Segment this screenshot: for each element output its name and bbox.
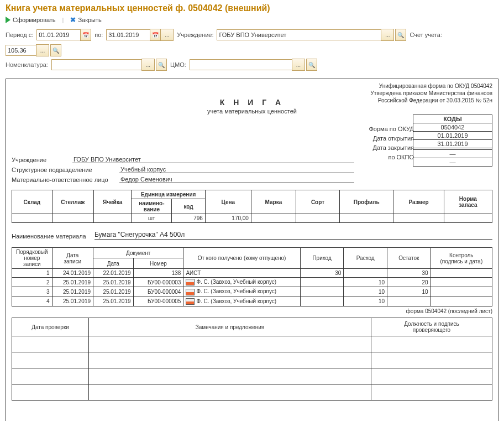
generate-button[interactable]: Сформировать	[6, 17, 56, 23]
report-area: Унифицированная форма по ОКУД 0504042 Ут…	[6, 79, 498, 421]
nom-select-button[interactable]: ...	[141, 59, 155, 71]
th: Номер	[133, 258, 183, 269]
audit-table: Дата проверки Замечания и предложения До…	[12, 318, 492, 401]
org-value: ГОБУ ВПО Университет	[72, 156, 354, 163]
form-footer-note: форма 0504042 (последний лист)	[12, 308, 492, 314]
nom-input[interactable]	[51, 59, 142, 70]
period-to-label: по:	[95, 32, 103, 38]
nom-search-button[interactable]: 🔍	[156, 59, 167, 71]
org-label: Структурное подразделение	[12, 167, 119, 173]
acc-search-button[interactable]: 🔍	[50, 44, 61, 56]
codes-value: 01.01.2019	[413, 132, 492, 140]
th: Замечания и предложения	[89, 318, 371, 336]
codes-block: КОДЫ 0504042 01.01.2019 31.01.2019 — —	[413, 115, 492, 167]
th: Дата проверки	[12, 318, 89, 336]
codes-label: Дата открытия	[369, 134, 414, 143]
th: код	[172, 199, 206, 214]
dimensions-table: Склад Стеллаж Ячейка Единица измерения Ц…	[12, 190, 492, 223]
th: Ячейка	[93, 190, 132, 214]
th: Профиль	[339, 190, 393, 214]
th: Единица измерения	[132, 190, 205, 199]
org-search-button[interactable]: 🔍	[395, 29, 406, 41]
th: Стеллаж	[52, 190, 93, 214]
codes-label: Дата закрытия	[369, 143, 414, 153]
play-icon	[6, 17, 11, 23]
org-value: Федор Семенович	[119, 176, 354, 183]
cmo-search-button[interactable]: 🔍	[306, 59, 317, 71]
separator: |	[62, 17, 64, 23]
org-select-button[interactable]: ...	[381, 29, 394, 41]
calendar-icon[interactable]: 📅	[150, 29, 161, 41]
nom-label: Номенклатура:	[6, 61, 48, 68]
form-meta: Унифицированная форма по ОКУД 0504042 Ут…	[370, 82, 492, 104]
td: шт	[132, 214, 172, 223]
codes-label: по ОКПО	[369, 153, 414, 162]
meta-line: Утверждена приказом Министерства финансо…	[370, 90, 492, 97]
th: Норма запаса	[444, 190, 492, 214]
td: 170,00	[205, 214, 251, 223]
th: Сорт	[296, 190, 339, 214]
th: От кого получено (кому отпущено)	[183, 248, 300, 269]
codes-label: Форма по ОКУД	[369, 124, 414, 134]
th: Склад	[12, 190, 53, 214]
report-subtitle: учета материальных ценностей	[12, 108, 492, 115]
period-picker-button[interactable]: ...	[160, 29, 174, 41]
movements-table: Порядковый номер записи Дата записи Доку…	[12, 247, 492, 306]
doc-icon	[186, 289, 195, 295]
date-to-input[interactable]	[106, 29, 150, 40]
meta-line: Российской Федерации от 30.03.2015 № 52н	[370, 97, 492, 104]
org-block: Учреждение ГОБУ ВПО Университет Структур…	[12, 153, 354, 183]
calendar-icon[interactable]: 📅	[80, 29, 91, 41]
codes-labels: Форма по ОКУД Дата открытия Дата закрыти…	[369, 124, 414, 162]
doc-icon	[186, 279, 195, 285]
date-from-input[interactable]	[36, 29, 81, 40]
th: Порядковый номер записи	[12, 248, 53, 269]
generate-label: Сформировать	[13, 17, 56, 23]
th: Цена	[205, 190, 251, 214]
th: Дата	[93, 258, 134, 269]
td: 796	[172, 214, 206, 223]
th: Расход	[344, 248, 387, 269]
meta-line: Унифицированная форма по ОКУД 0504042	[370, 82, 492, 90]
cmo-label: ЦМО:	[170, 61, 186, 68]
th: наимено- вание	[132, 199, 172, 214]
close-label: Закрыть	[78, 17, 101, 23]
cmo-input[interactable]	[190, 59, 292, 70]
window-title: Книга учета материальных ценностей ф. 05…	[0, 0, 504, 15]
codes-value: 31.01.2019	[413, 140, 492, 148]
codes-header: КОДЫ	[413, 115, 492, 123]
cmo-select-button[interactable]: ...	[292, 59, 305, 71]
th: Размер	[393, 190, 444, 214]
doc-icon	[186, 298, 195, 305]
table-row: 225.01.201925.01.2019БУ00-000003Ф. С. (З…	[12, 278, 492, 287]
org-label: Материально-ответственное лицо	[12, 176, 119, 183]
param-row-1: Период с: 📅 по: 📅 ... Учреждение: ... 🔍 …	[0, 27, 504, 58]
codes-value: —	[413, 158, 492, 167]
acc-input[interactable]	[6, 45, 36, 56]
close-icon: ✖	[70, 17, 76, 23]
org-input[interactable]	[217, 29, 381, 40]
material-value: Бумага "Снегурочка" А4 500л	[95, 231, 492, 240]
close-button[interactable]: ✖ Закрыть	[70, 17, 101, 23]
material-name-row: Наименование материала Бумага "Снегурочк…	[12, 228, 492, 240]
param-row-2: Номенклатура: ... 🔍 ЦМО: ... 🔍	[0, 58, 504, 75]
th: Должность и подпись проверяющего	[371, 318, 492, 336]
table-row: 124.01.201922.01.2019138АИСТ3030	[12, 269, 492, 278]
th: Документ	[93, 248, 183, 258]
org-value: Учебный корпус	[119, 166, 354, 173]
codes-value: —	[413, 150, 492, 158]
acc-label: Счет учета:	[410, 32, 442, 38]
codes-value: 0504042	[413, 123, 492, 132]
material-label: Наименование материала	[12, 233, 95, 240]
acc-select-button[interactable]: ...	[36, 44, 49, 56]
th: Приход	[300, 248, 344, 269]
th: Остаток	[387, 248, 431, 269]
th: Дата записи	[52, 248, 93, 269]
org-label: Учреждение:	[177, 32, 213, 38]
table-row: 425.01.201925.01.2019БУ00-000005Ф. С. (З…	[12, 297, 492, 306]
th: Контроль (подпись и дата)	[431, 248, 492, 269]
th: Марка	[251, 190, 296, 214]
table-row: 325.01.201925.01.2019БУ00-000004Ф. С. (З…	[12, 287, 492, 297]
period-from-label: Период с:	[6, 32, 33, 38]
toolbar: Сформировать | ✖ Закрыть	[0, 15, 504, 27]
